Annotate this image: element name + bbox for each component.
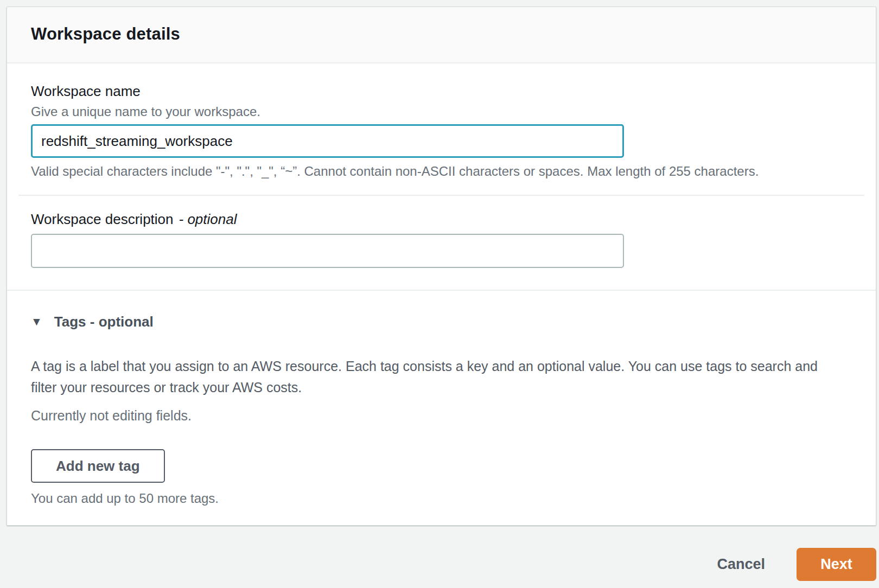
cancel-button[interactable]: Cancel bbox=[717, 556, 765, 573]
workspace-description-field: Workspace description- optional bbox=[7, 196, 876, 290]
workspace-name-field: Workspace name Give a unique name to you… bbox=[7, 63, 876, 195]
workspace-description-label: Workspace description- optional bbox=[31, 210, 852, 228]
workspace-description-input[interactable] bbox=[31, 234, 624, 268]
workspace-name-label: Workspace name bbox=[31, 82, 852, 100]
add-new-tag-button[interactable]: Add new tag bbox=[31, 449, 165, 483]
workspace-name-constraint: Valid special characters include "-", ".… bbox=[31, 163, 852, 180]
tags-description: A tag is a label that you assign to an A… bbox=[31, 356, 839, 398]
tags-status-text: Currently not editing fields. bbox=[31, 407, 852, 424]
next-button[interactable]: Next bbox=[797, 548, 876, 581]
tags-section-title: Tags - optional bbox=[54, 312, 154, 331]
workspace-name-description: Give a unique name to your workspace. bbox=[31, 104, 852, 120]
tags-limit-note: You can add up to 50 more tags. bbox=[31, 490, 852, 507]
optional-suffix: - optional bbox=[179, 211, 237, 227]
workspace-description-label-text: Workspace description bbox=[31, 211, 174, 227]
workspace-name-input[interactable] bbox=[31, 124, 624, 158]
page-title: Workspace details bbox=[31, 23, 852, 45]
tags-section: ▼ Tags - optional A tag is a label that … bbox=[7, 291, 876, 525]
tags-expand-toggle[interactable]: ▼ Tags - optional bbox=[31, 312, 852, 331]
chevron-down-icon: ▼ bbox=[31, 312, 42, 331]
workspace-details-panel: Workspace details Workspace name Give a … bbox=[7, 7, 876, 526]
wizard-footer: Cancel Next bbox=[0, 526, 876, 581]
panel-header: Workspace details bbox=[7, 7, 876, 63]
